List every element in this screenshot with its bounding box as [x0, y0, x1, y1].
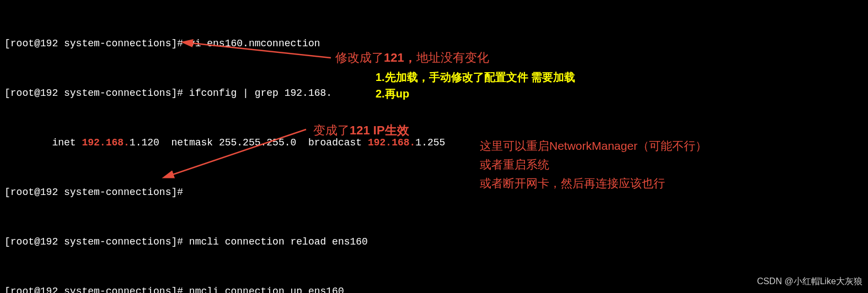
annotation-restart: 这里可以重启NetworkManager（可能不行） 或者重启系统 或者断开网卡…	[480, 137, 707, 193]
watermark: CSDN @小红帽Like大灰狼	[757, 273, 862, 290]
annotation-step2: 2.再up	[376, 85, 409, 102]
annotation-became-121: 变成了121 IP生效	[313, 122, 409, 139]
command: ifconfig | grep 192.168.	[189, 88, 332, 99]
prompt: [root@192 system-connections]#	[4, 38, 189, 49]
terminal-output: [root@192 system-connections]# vi ens160…	[0, 0, 868, 293]
command: nmcli connection reload ens160	[189, 236, 368, 247]
output-line: inet 192.168.1.120 netmask 255.255.255.0…	[4, 134, 864, 151]
prompt: [root@192 system-connections]#	[4, 88, 189, 99]
prompt: [root@192 system-connections]#	[4, 286, 189, 293]
prompt: [root@192 system-connections]#	[4, 236, 189, 247]
command: nmcli connection up ens160	[189, 286, 344, 293]
prompt: [root@192 system-connections]#	[4, 187, 189, 198]
annotation-changed-121: 修改成了121，地址没有变化	[335, 50, 489, 66]
command: vi ens160.nmconnection	[189, 38, 320, 49]
ip-highlight: 192.168.	[82, 137, 129, 148]
annotation-step1: 1.先加载，手动修改了配置文件 需要加载	[376, 69, 575, 85]
bcast-highlight: 192.168.	[368, 137, 415, 148]
